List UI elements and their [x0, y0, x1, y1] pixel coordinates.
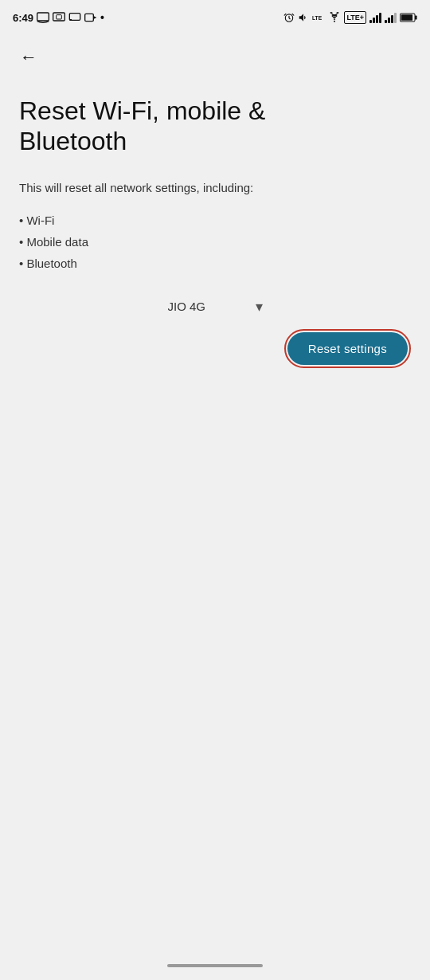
list-item: Wi-Fi	[19, 210, 411, 231]
reset-button-wrapper: Reset settings	[284, 329, 411, 368]
volume-icon	[298, 12, 309, 23]
list-item: Bluetooth	[19, 253, 411, 274]
button-row: Reset settings	[19, 329, 411, 368]
record-icon	[84, 12, 97, 23]
svg-rect-11	[401, 14, 412, 21]
svg-rect-0	[37, 13, 49, 21]
dropdown-wrapper[interactable]: JIO 4G Other network ▾	[168, 300, 263, 313]
back-button[interactable]: ←	[13, 41, 45, 73]
mobile-data-icon: LTE	[312, 12, 325, 23]
status-bar: 6:49 • L	[0, 0, 430, 32]
battery-icon	[400, 13, 417, 22]
svg-rect-4	[85, 14, 94, 21]
signal-bars-1	[369, 12, 381, 23]
status-left: 6:49 •	[13, 11, 104, 24]
status-right: LTE LTE+	[283, 11, 417, 24]
svg-marker-5	[93, 16, 96, 19]
reset-settings-button[interactable]: Reset settings	[287, 332, 408, 365]
description-text: This will reset all network settings, in…	[19, 179, 411, 198]
svg-rect-2	[57, 15, 62, 19]
dot-indicator: •	[100, 11, 104, 24]
network-dropdown-row: JIO 4G Other network ▾	[19, 300, 411, 313]
status-time: 6:49	[13, 12, 33, 24]
top-navigation: ←	[0, 32, 430, 80]
mirror-icon	[53, 12, 65, 23]
main-content: Reset Wi-Fi, mobile & Bluetooth This wil…	[0, 80, 430, 387]
svg-text:LTE: LTE	[312, 15, 322, 21]
page-title: Reset Wi-Fi, mobile & Bluetooth	[19, 96, 411, 157]
svg-point-8	[334, 21, 335, 22]
alarm-icon	[283, 12, 295, 23]
screencast-icon	[37, 12, 49, 23]
svg-rect-10	[415, 15, 417, 19]
back-arrow-icon: ←	[20, 49, 37, 66]
reset-list: Wi-Fi Mobile data Bluetooth	[19, 210, 411, 274]
list-item: Mobile data	[19, 231, 411, 253]
bottom-home-indicator	[167, 964, 263, 967]
cast-icon	[68, 12, 81, 23]
wifi-icon	[328, 12, 341, 23]
network-select[interactable]: JIO 4G Other network	[168, 300, 263, 313]
lte-badge: LTE+	[344, 11, 366, 24]
signal-bars-2	[385, 12, 397, 23]
